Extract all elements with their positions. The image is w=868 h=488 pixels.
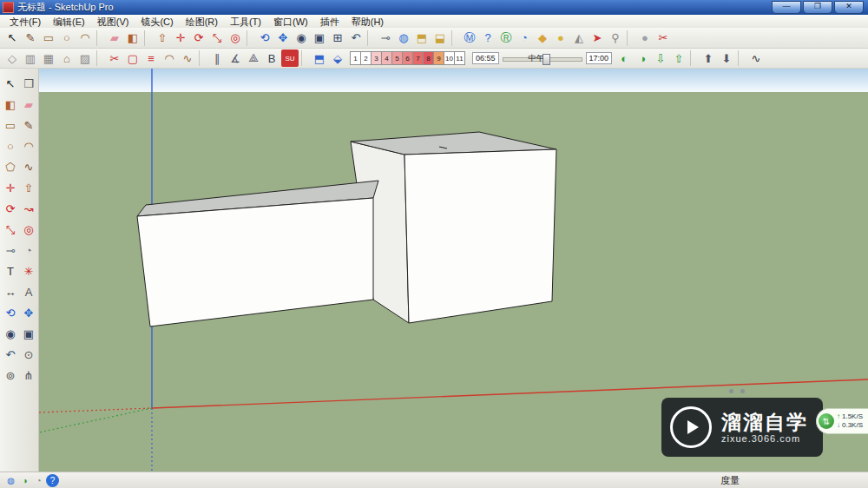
arc-tool-icon[interactable]: ◠ (20, 136, 37, 156)
shadow-toggle-icon[interactable]: ◐ (615, 49, 633, 67)
shadow-down-icon[interactable]: ⇩ (652, 49, 669, 67)
measure-3d-icon[interactable]: ⟁ (245, 49, 262, 67)
credits-icon[interactable]: ◑ (18, 474, 31, 487)
sphere-yellow-icon[interactable]: ● (552, 30, 569, 47)
network-speed-widget[interactable]: ⇅ ↑ 1.5K/S ↓ 0.3K/S (816, 408, 868, 434)
share-model-icon[interactable]: ⬓ (431, 30, 449, 47)
line-tool-icon[interactable]: ✎ (22, 30, 39, 47)
make-component-icon[interactable]: ❒ (20, 74, 37, 94)
cube-front-face[interactable] (404, 149, 556, 323)
menu-camera[interactable]: 镜头(C) (135, 16, 179, 28)
rotate-tool-icon[interactable]: ⟳ (2, 199, 19, 219)
angle-icon[interactable]: ∡ (227, 49, 244, 67)
layer-down-icon[interactable]: ⬇ (718, 49, 735, 67)
dimension-tool-icon[interactable]: ↔ (2, 282, 19, 302)
orbit-tool-icon[interactable]: ⟲ (256, 30, 273, 47)
help-icon[interactable]: ? (46, 474, 59, 487)
plugin-m-icon[interactable]: Ⓜ (461, 30, 478, 47)
rotate-tool-icon[interactable]: ⟳ (190, 30, 207, 47)
plugin-r-icon[interactable]: Ⓡ (497, 30, 515, 47)
frame-tool-icon[interactable]: ▢ (124, 49, 141, 67)
soften-edges-icon[interactable]: ◇ (3, 49, 21, 67)
rectangle-tool-icon[interactable]: ▭ (40, 30, 57, 47)
model-info-icon[interactable]: ◔ (32, 474, 45, 487)
circle-tool-icon[interactable]: ○ (2, 136, 19, 156)
line-tool-icon[interactable]: ✎ (20, 115, 37, 135)
zoom-window-icon[interactable]: ▣ (20, 324, 37, 344)
offset-tool-icon[interactable]: ◎ (227, 30, 244, 47)
freehand-tool-icon[interactable]: ∿ (20, 157, 37, 177)
orbit-tool-icon[interactable]: ⟲ (2, 303, 19, 323)
menu-plugins[interactable]: 插件 (314, 16, 345, 28)
rectangle-tool-icon[interactable]: ▭ (2, 115, 19, 135)
view-iso-icon[interactable]: ⬙ (329, 49, 346, 67)
viewport[interactable]: 溜溜自学 zixue.3066.com ⇅ ↑ 1.5K/S ↓ 0.3K/S (39, 69, 868, 472)
plugin-question-icon[interactable]: ◔ (516, 30, 533, 47)
menu-window[interactable]: 窗口(W) (267, 16, 314, 28)
menu-view[interactable]: 视图(V) (91, 16, 135, 28)
view-top-icon[interactable]: ⬒ (311, 49, 328, 67)
shadow-up-icon[interactable]: ⇧ (670, 49, 687, 67)
scale-tool-icon[interactable]: ⤡ (2, 220, 19, 240)
push-pull-icon[interactable]: ⇧ (154, 30, 171, 47)
align-icon[interactable]: ∥ (208, 49, 226, 67)
arch-tool-icon[interactable]: ◠ (161, 49, 178, 67)
arc-tool-icon[interactable]: ◠ (76, 30, 94, 47)
scale-tool-icon[interactable]: ⤡ (208, 30, 226, 47)
axes-tool-icon[interactable]: ✳ (20, 261, 37, 281)
menu-draw[interactable]: 绘图(R) (180, 16, 224, 28)
walk-tool-icon[interactable]: ⋔ (20, 366, 37, 386)
sphere-gray-icon[interactable]: ● (636, 30, 654, 47)
cut-tool-icon[interactable]: ✂ (106, 49, 123, 67)
google-earth-icon[interactable]: ◍ (395, 30, 412, 47)
follow-me-icon[interactable]: ↝ (20, 199, 37, 219)
time-slider[interactable]: 中午 (503, 52, 582, 65)
wave-icon[interactable]: ∿ (747, 49, 765, 67)
hatch-icon[interactable]: ▨ (76, 49, 94, 67)
roof-icon[interactable]: ⌂ (58, 49, 76, 67)
flag-icon[interactable]: ➤ (589, 30, 606, 47)
menu-help[interactable]: 帮助(H) (345, 16, 390, 28)
marker-icon[interactable]: ◭ (570, 30, 588, 47)
pan-tool-icon[interactable]: ✥ (20, 303, 37, 323)
pan-tool-icon[interactable]: ✥ (274, 30, 292, 47)
menu-edit[interactable]: 编辑(E) (47, 16, 91, 28)
layer-up-icon[interactable]: ⬆ (700, 49, 717, 67)
shadow-time-end[interactable]: 17:00 (586, 52, 613, 64)
plugin-help-icon[interactable]: ? (479, 30, 496, 47)
circle-tool-icon[interactable]: ○ (58, 30, 76, 47)
ruby-gear-icon[interactable]: ✂ (654, 30, 672, 47)
curve-tool-icon[interactable]: ∿ (179, 49, 196, 67)
zoom-tool-icon[interactable]: ◉ (293, 30, 310, 47)
eraser-tool-icon[interactable]: ▰ (106, 30, 123, 47)
probe-icon[interactable]: ⚲ (607, 30, 624, 47)
previous-view-icon[interactable]: ↶ (2, 345, 19, 365)
zoom-tool-icon[interactable]: ◉ (2, 324, 19, 344)
move-tool-icon[interactable]: ✛ (2, 178, 19, 198)
previous-view-icon[interactable]: ↶ (347, 30, 365, 47)
protractor-icon[interactable]: ◔ (20, 241, 37, 260)
titlebar[interactable]: 无标题 - SketchUp Pro —❐✕ (0, 0, 868, 15)
menu-tools[interactable]: 工具(T) (224, 16, 267, 28)
paint-bucket-icon[interactable]: ◧ (124, 30, 141, 47)
tape-measure-icon[interactable]: ⊸ (2, 241, 19, 260)
select-tool-icon[interactable]: ↖ (3, 30, 21, 47)
geolocation-icon[interactable]: ◍ (4, 474, 17, 487)
grid-icon[interactable]: ▦ (40, 49, 57, 67)
push-pull-icon[interactable]: ⇧ (20, 178, 37, 198)
look-around-icon[interactable]: ⊚ (2, 366, 19, 386)
zoom-window-icon[interactable]: ▣ (311, 30, 328, 47)
polygon-tool-icon[interactable]: ⬠ (2, 157, 19, 177)
move-tool-icon[interactable]: ✛ (172, 30, 189, 47)
tape-measure-icon[interactable]: ⊸ (377, 30, 394, 47)
select-tool-icon[interactable]: ↖ (2, 74, 19, 94)
measurements-input[interactable] (747, 473, 864, 487)
close-button[interactable]: ✕ (834, 1, 864, 14)
offset-tool-icon[interactable]: ◎ (20, 220, 37, 240)
zoom-extents-icon[interactable]: ⊞ (329, 30, 346, 47)
text-tool-icon[interactable]: T (2, 261, 19, 281)
get-models-icon[interactable]: ⬒ (413, 30, 431, 47)
menu-file[interactable]: 文件(F) (3, 16, 47, 28)
position-camera-icon[interactable]: ⊙ (20, 345, 37, 365)
shadow-ground-icon[interactable]: ◑ (634, 49, 651, 67)
